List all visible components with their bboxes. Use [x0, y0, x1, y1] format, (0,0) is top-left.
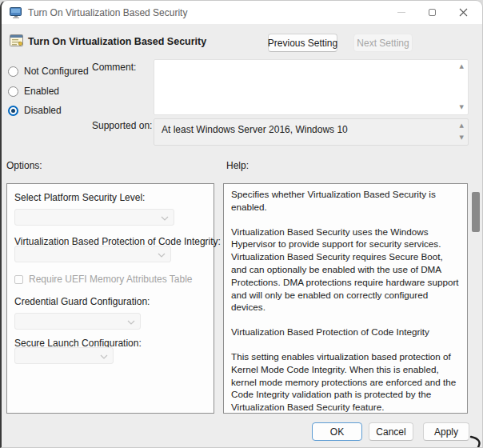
app-monitor-icon	[10, 7, 22, 18]
radio-disabled[interactable]: Disabled	[8, 105, 62, 116]
radio-enabled[interactable]: Enabled	[8, 86, 59, 97]
policy-setting-dialog: Turn On Virtualization Based Security Tu…	[0, 0, 483, 448]
radio-label: Not Configured	[24, 66, 89, 77]
help-textarea[interactable]: Specifies whether Virtualization Based S…	[223, 183, 468, 414]
group-policy-setting-icon	[10, 34, 23, 46]
scroll-up-icon[interactable]: ▲	[460, 123, 464, 129]
apply-button[interactable]: Apply	[423, 422, 469, 441]
comment-textarea[interactable]: ▲ ▼	[154, 59, 469, 115]
previous-setting-button[interactable]: Previous Setting	[268, 34, 337, 52]
radio-circle-icon	[8, 86, 18, 97]
minimize-button	[385, 1, 417, 24]
checkbox-label: Require UEFI Memory Attributes Table	[29, 274, 193, 285]
scroll-up-icon[interactable]: ▲	[460, 64, 464, 70]
secure-launch-dropdown[interactable]	[14, 347, 114, 364]
scroll-down-icon[interactable]: ▼	[460, 105, 464, 110]
require-uefi-checkbox[interactable]: Require UEFI Memory Attributes Table	[14, 274, 193, 285]
credential-guard-dropdown[interactable]	[14, 313, 141, 330]
minimize-icon	[397, 12, 405, 13]
vbs-code-integrity-dropdown[interactable]	[14, 246, 171, 262]
radio-circle-icon	[8, 106, 18, 116]
chevron-down-icon	[158, 253, 166, 258]
radio-circle-icon	[8, 66, 18, 77]
help-paragraph: This setting enables virtualization base…	[231, 350, 459, 414]
radio-label: Enabled	[24, 86, 59, 97]
ok-button[interactable]: OK	[312, 422, 362, 441]
close-button[interactable]	[448, 1, 479, 24]
help-paragraph: Virtualization Based Security uses the W…	[231, 226, 459, 314]
help-paragraph: Specifies whether Virtualization Based S…	[231, 188, 459, 214]
window-title: Turn On Virtualization Based Security	[28, 7, 187, 18]
setting-title: Turn On Virtualization Based Security	[28, 36, 206, 47]
supported-on-value: At least Windows Server 2016, Windows 10	[162, 124, 348, 135]
help-scrollbar-thumb[interactable]	[472, 192, 480, 232]
platform-security-level-label: Select Platform Security Level:	[14, 192, 145, 203]
options-panel: Select Platform Security Level: Virtuali…	[6, 183, 214, 414]
annotation-arc	[469, 435, 482, 447]
options-section-label: Options:	[6, 160, 42, 171]
cancel-button[interactable]: Cancel	[369, 422, 413, 441]
supported-on-box[interactable]: At least Windows Server 2016, Windows 10…	[154, 118, 469, 146]
radio-label: Disabled	[24, 105, 62, 116]
next-setting-button[interactable]: Next Setting	[353, 34, 413, 52]
help-section-label: Help:	[226, 160, 249, 171]
window-controls	[385, 1, 479, 24]
scroll-down-icon[interactable]: ▼	[460, 135, 464, 141]
maximize-icon	[429, 9, 436, 16]
comment-label: Comment:	[92, 62, 136, 73]
supported-on-label: Supported on:	[92, 120, 152, 131]
chevron-down-icon	[161, 216, 169, 221]
title-bar: Turn On Virtualization Based Security	[2, 1, 482, 24]
platform-security-level-dropdown[interactable]	[14, 209, 174, 226]
checkbox-icon	[14, 275, 23, 284]
close-icon	[459, 8, 468, 17]
radio-not-configured[interactable]: Not Configured	[8, 66, 89, 77]
credential-guard-label: Credential Guard Configuration:	[14, 296, 150, 307]
maximize-button[interactable]	[417, 1, 448, 24]
chevron-down-icon	[100, 354, 108, 359]
chevron-down-icon	[127, 320, 135, 325]
help-paragraph: Virtualization Based Protection of Code …	[231, 326, 459, 338]
